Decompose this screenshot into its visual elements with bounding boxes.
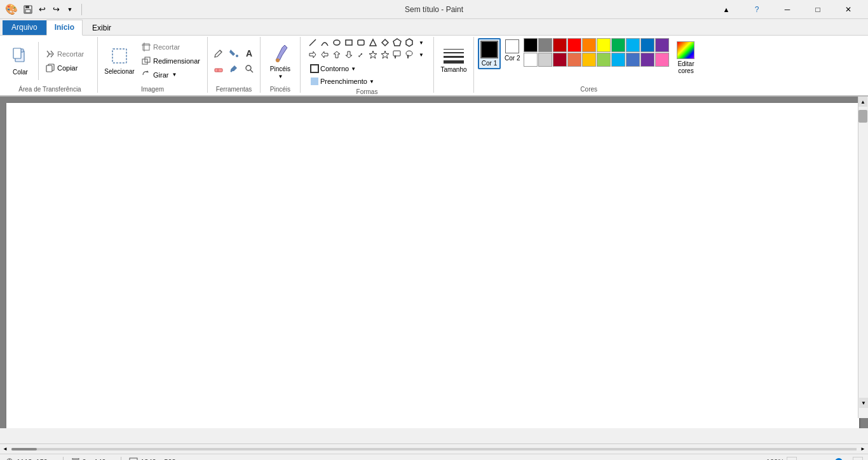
scroll-thumb-h[interactable] xyxy=(11,448,37,450)
cor1-swatch xyxy=(480,41,498,58)
shape-rect[interactable] xyxy=(343,37,355,48)
pinceis-button[interactable]: Pincéis ▼ xyxy=(264,41,296,81)
preenchimento-button[interactable] xyxy=(227,46,241,60)
shape-hexagon[interactable] xyxy=(403,37,415,48)
maximize-button[interactable]: □ xyxy=(803,0,832,19)
tab-inicio[interactable]: Início xyxy=(46,20,83,36)
texto-button[interactable]: A xyxy=(242,46,256,60)
preenchimento-formas-button[interactable]: Preenchimento ▼ xyxy=(307,76,377,87)
svg-rect-9 xyxy=(112,49,126,63)
cor2-swatch xyxy=(505,39,519,53)
color-purple[interactable] xyxy=(655,38,669,52)
qat-undo-button[interactable]: ↩ xyxy=(36,3,48,16)
main-canvas[interactable] xyxy=(6,103,859,428)
color-cyan[interactable] xyxy=(626,38,640,52)
shape-curve[interactable] xyxy=(319,37,330,48)
shape-ltarrow[interactable] xyxy=(319,49,330,60)
shape-oval[interactable] xyxy=(331,37,342,48)
color-lightgray[interactable] xyxy=(538,53,552,67)
lapis-button[interactable] xyxy=(212,46,226,60)
minimize-button[interactable]: ─ xyxy=(773,0,802,19)
shape-diamond[interactable] xyxy=(379,37,391,48)
zoom-in-button[interactable]: + xyxy=(853,457,863,461)
contorno-button[interactable]: Contorno ▼ xyxy=(307,63,377,74)
selecionar-button[interactable]: Selecionar xyxy=(102,41,137,81)
scroll-left-button[interactable]: ◄ xyxy=(0,444,10,454)
tab-arquivo[interactable]: Arquivo xyxy=(3,20,46,35)
canvas-size-section: 1342 × 563px xyxy=(129,457,183,461)
color-red[interactable] xyxy=(567,38,581,52)
scrollbar-horizontal[interactable]: ◄ ► xyxy=(0,443,868,454)
contagotas-button[interactable] xyxy=(227,62,241,76)
color-white[interactable] xyxy=(524,53,538,67)
group-cores-content: Cor 1 Cor 2 xyxy=(478,37,700,85)
color-yellow[interactable] xyxy=(597,38,611,52)
shape-star4[interactable] xyxy=(367,49,379,60)
colar-button[interactable]: Colar xyxy=(6,41,34,81)
pinceis-icon xyxy=(271,43,290,64)
color-cornflower[interactable] xyxy=(626,53,640,67)
color-orange[interactable] xyxy=(582,38,596,52)
zoom-thumb[interactable] xyxy=(835,458,843,461)
girar-label: Girar xyxy=(153,71,168,79)
shape-callout1[interactable] xyxy=(391,49,403,60)
shape-arrow-down[interactable]: ▼ xyxy=(416,37,427,48)
scrollbar-vertical[interactable]: ▲ ▼ xyxy=(858,97,868,418)
color-darkred[interactable] xyxy=(553,38,567,52)
color-black[interactable] xyxy=(524,38,538,52)
editar-cores-button[interactable]: Editar cores xyxy=(672,38,700,78)
shape-callout2[interactable] xyxy=(403,49,415,60)
color-pink[interactable] xyxy=(655,53,669,67)
color-skyblue[interactable] xyxy=(611,53,625,67)
preenchimento-icon xyxy=(310,77,319,86)
color-lime[interactable] xyxy=(597,53,611,67)
copiar-button[interactable]: Copiar xyxy=(43,62,93,74)
tamanho-button[interactable]: Tamanho xyxy=(438,41,470,81)
qat-save-button[interactable] xyxy=(22,3,34,16)
shape-uparrow[interactable] xyxy=(331,49,342,60)
shape-rtarrow[interactable] xyxy=(307,49,318,60)
color-gold[interactable] xyxy=(582,53,596,67)
shape-roundrect[interactable] xyxy=(355,37,367,48)
scroll-down-button[interactable]: ▼ xyxy=(859,398,868,408)
color-violet[interactable] xyxy=(641,53,654,67)
tab-exibir[interactable]: Exibir xyxy=(84,20,119,36)
cor2-button[interactable]: Cor 2 xyxy=(503,38,521,63)
color-salmon[interactable] xyxy=(567,53,581,67)
ribbon-collapse-button[interactable]: ▲ xyxy=(712,0,741,19)
redimensionar-button[interactable]: Redimensionar xyxy=(139,55,203,67)
shape-triangle[interactable] xyxy=(367,37,379,48)
zoom-out-button[interactable]: − xyxy=(787,457,797,461)
copiar-icon xyxy=(46,64,55,72)
selecionar-label: Selecionar xyxy=(104,68,134,75)
svg-line-22 xyxy=(250,70,253,72)
scroll-thumb-v[interactable] xyxy=(858,110,867,123)
close-button[interactable]: ✕ xyxy=(834,0,863,19)
rainbow-icon xyxy=(677,41,695,59)
borracha-button[interactable] xyxy=(212,62,226,76)
shape-pentagon[interactable] xyxy=(391,37,403,48)
canvas-container[interactable]: ▲ ▼ xyxy=(0,97,868,428)
svg-rect-5 xyxy=(13,48,21,58)
qat-redo-button[interactable]: ↪ xyxy=(50,3,62,16)
qat-customize-button[interactable]: ▼ xyxy=(64,3,76,16)
color-blue[interactable] xyxy=(641,38,654,52)
shape-more[interactable]: ▼ xyxy=(416,49,427,60)
color-green[interactable] xyxy=(611,38,625,52)
help-button[interactable]: ? xyxy=(742,0,771,19)
editar-cores-label: Editar cores xyxy=(674,60,698,74)
scroll-right-button[interactable]: ► xyxy=(858,444,868,454)
shape-4arrow[interactable]: ⤢ xyxy=(355,49,367,60)
zoom-button[interactable] xyxy=(242,62,256,76)
scroll-up-button[interactable]: ▲ xyxy=(858,97,867,107)
girar-button[interactable]: Girar ▼ xyxy=(139,69,203,81)
recortar-img-button[interactable]: Recortar xyxy=(139,41,203,53)
size-line-1 xyxy=(444,49,464,50)
shape-line[interactable] xyxy=(307,37,318,48)
recortar-button[interactable]: Recortar xyxy=(43,48,93,60)
color-gray50[interactable] xyxy=(538,38,552,52)
color-crimson[interactable] xyxy=(553,53,567,67)
cor1-button[interactable]: Cor 1 xyxy=(478,38,501,69)
shape-dnarrow[interactable] xyxy=(343,49,355,60)
shape-star5[interactable] xyxy=(379,49,391,60)
